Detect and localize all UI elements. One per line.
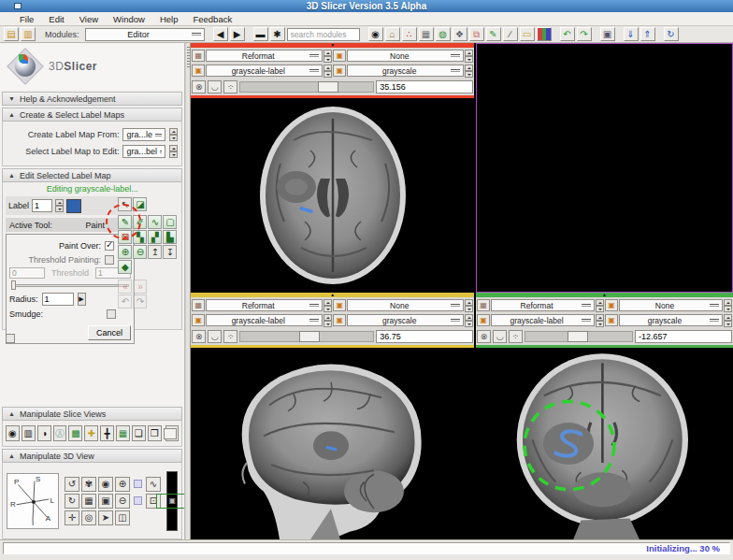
- threshold-painting-checkbox[interactable]: [105, 255, 114, 265]
- next-fiducial-icon[interactable]: »: [133, 280, 147, 294]
- label-layer-icon[interactable]: ▣: [192, 65, 205, 77]
- help-acknowledgement-header[interactable]: ▼ Help & Acknowledgement: [2, 92, 182, 106]
- module-back-icon[interactable]: ◀: [213, 27, 228, 41]
- crosshair-icon[interactable]: ╋: [100, 425, 114, 441]
- slice-grid-icon[interactable]: ▦: [116, 425, 130, 441]
- remove-islands-tool-icon[interactable]: ▙: [163, 230, 177, 244]
- green-label-combobox[interactable]: grayscale-label: [491, 314, 595, 326]
- snapshot-icon[interactable]: ▣: [98, 494, 113, 509]
- yellow-slice-offset-slider[interactable]: [239, 330, 374, 343]
- green-orientation-combobox[interactable]: Reformat: [491, 299, 595, 311]
- yellow-view-colorbar[interactable]: ▲: [191, 293, 474, 297]
- smudge-checkbox[interactable]: [107, 309, 116, 319]
- annotation-icon[interactable]: Ⓐ: [53, 425, 67, 441]
- red-foreground-combobox[interactable]: None: [347, 50, 464, 62]
- yellow-slice-offset-input[interactable]: [376, 330, 473, 343]
- volumes-module-icon[interactable]: ◍: [436, 27, 451, 41]
- paint-over-checkbox[interactable]: [105, 241, 114, 251]
- green-view-colorbar[interactable]: ▲: [476, 293, 733, 297]
- red-label-spinner[interactable]: [323, 65, 332, 78]
- background-layer-icon[interactable]: ▣: [333, 314, 346, 326]
- red-slice-offset-input[interactable]: [376, 80, 473, 93]
- background-layer-icon[interactable]: ▣: [605, 314, 618, 326]
- yellow-background-combobox[interactable]: grayscale: [347, 314, 464, 326]
- slice-more-options-icon[interactable]: ⁘: [223, 80, 237, 93]
- create-labelmap-from-combobox[interactable]: gra...le: [122, 128, 165, 141]
- label-value-input[interactable]: [32, 199, 52, 212]
- erode-tool-icon[interactable]: ⊖: [133, 245, 147, 259]
- models-module-icon[interactable]: ❖: [453, 27, 467, 41]
- green-foreground-spinner[interactable]: [724, 299, 732, 312]
- menu-help[interactable]: Help: [153, 14, 185, 24]
- edit-labelmap-header[interactable]: ▲ Edit Selected Label Map: [2, 168, 182, 182]
- search-modules-input[interactable]: [287, 28, 360, 41]
- home-module-icon[interactable]: ⌂: [385, 27, 400, 41]
- slice-visibility-eye-icon[interactable]: ◡: [208, 80, 222, 93]
- label-spinner[interactable]: [55, 199, 64, 212]
- change-island-tool-icon[interactable]: ▞: [148, 230, 162, 244]
- enable-volume-checkpoints-checkbox[interactable]: [6, 334, 15, 343]
- manipulate-3d-view-header[interactable]: ▲ Manipulate 3D View: [2, 449, 182, 463]
- next-checkpoint-icon[interactable]: ↷: [133, 294, 147, 309]
- slice-more-options-icon[interactable]: ⁘: [223, 330, 237, 343]
- yellow-slice-image[interactable]: [191, 348, 474, 539]
- copy-view-icon[interactable]: ❏: [132, 425, 146, 441]
- radius-stepper-icon[interactable]: ▶: [78, 293, 86, 306]
- label-outline-icon[interactable]: ▥: [22, 425, 36, 441]
- threshold-slider-handle[interactable]: [11, 280, 16, 290]
- zoom-in-icon[interactable]: ⊕: [115, 477, 130, 492]
- yellow-orientation-combobox[interactable]: Reformat: [206, 299, 323, 311]
- red-view-colorbar[interactable]: ▼: [191, 43, 474, 48]
- yellow-foreground-combobox[interactable]: None: [347, 299, 464, 311]
- rectangle-tool-icon[interactable]: ▢: [163, 215, 177, 229]
- create-select-labelmaps-header[interactable]: ▲ Create & Select Label Maps: [2, 108, 182, 122]
- fit-window-up-icon[interactable]: ⇑: [640, 27, 655, 41]
- save-scene-icon[interactable]: ▥: [21, 27, 36, 41]
- menu-view[interactable]: View: [73, 14, 105, 24]
- fade-foreground-icon[interactable]: ◑: [37, 425, 51, 441]
- modules-combobox[interactable]: Editor: [85, 28, 205, 41]
- stereo-icon[interactable]: ◫: [115, 510, 130, 525]
- paste-view-icon[interactable]: ❐: [148, 425, 162, 441]
- threshold-slider[interactable]: [11, 280, 129, 290]
- slice-visibility-eye-icon[interactable]: ◡: [493, 330, 507, 343]
- yellow-orientation-spinner[interactable]: [323, 299, 332, 312]
- label-layer-icon[interactable]: ▣: [477, 314, 490, 326]
- editor-module-icon[interactable]: ✎: [486, 27, 501, 41]
- slice-link-icon[interactable]: ▦: [477, 299, 490, 311]
- yellow-background-spinner[interactable]: [465, 314, 473, 327]
- undo-icon[interactable]: ↶: [560, 27, 575, 41]
- slice-link-icon[interactable]: ▦: [192, 299, 205, 311]
- slice-visibility-icon[interactable]: ◉: [6, 425, 20, 441]
- colors-module-icon[interactable]: ▩: [537, 27, 552, 41]
- threeD-view[interactable]: [476, 43, 733, 293]
- slice-opacity-slider-handle[interactable]: [164, 428, 177, 439]
- menu-file[interactable]: File: [13, 14, 40, 24]
- menu-window[interactable]: Window: [107, 14, 151, 24]
- green-slice-offset-input[interactable]: [635, 330, 732, 343]
- data-module-icon[interactable]: ▦: [419, 27, 434, 41]
- previous-fiducial-icon[interactable]: «: [118, 280, 132, 294]
- green-slice-image[interactable]: [476, 348, 733, 539]
- spin-checkbox[interactable]: [134, 480, 142, 488]
- redo-icon[interactable]: ↷: [577, 27, 592, 41]
- load-scene-icon[interactable]: ▤: [4, 27, 19, 41]
- cancel-button[interactable]: Cancel: [88, 325, 131, 340]
- manipulate-slice-views-header[interactable]: ▲ Manipulate Slice Views: [2, 407, 182, 421]
- slice-more-options-icon[interactable]: ⁘: [509, 330, 523, 343]
- ruler-module-icon[interactable]: ▭: [520, 27, 535, 41]
- yellow-slice-offset-handle[interactable]: [299, 331, 320, 342]
- red-background-combobox[interactable]: grayscale: [347, 65, 464, 77]
- transforms-module-icon[interactable]: ⧉: [469, 27, 484, 41]
- rock-checkbox[interactable]: [134, 496, 142, 505]
- green-background-combobox[interactable]: grayscale: [619, 314, 723, 326]
- layout-select-icon[interactable]: ▬: [253, 27, 268, 41]
- find-modules-icon[interactable]: ◉: [368, 27, 383, 41]
- slice-visibility-eye-icon[interactable]: ◡: [208, 330, 222, 343]
- level-tracing-tool-icon[interactable]: ∿: [148, 215, 162, 229]
- red-slice-image[interactable]: [191, 98, 474, 293]
- navigation-icon[interactable]: ➤: [98, 510, 113, 525]
- green-orientation-spinner[interactable]: [596, 299, 604, 312]
- red-slice-offset-handle[interactable]: [318, 81, 338, 93]
- slice-link-icon[interactable]: ▦: [192, 50, 205, 62]
